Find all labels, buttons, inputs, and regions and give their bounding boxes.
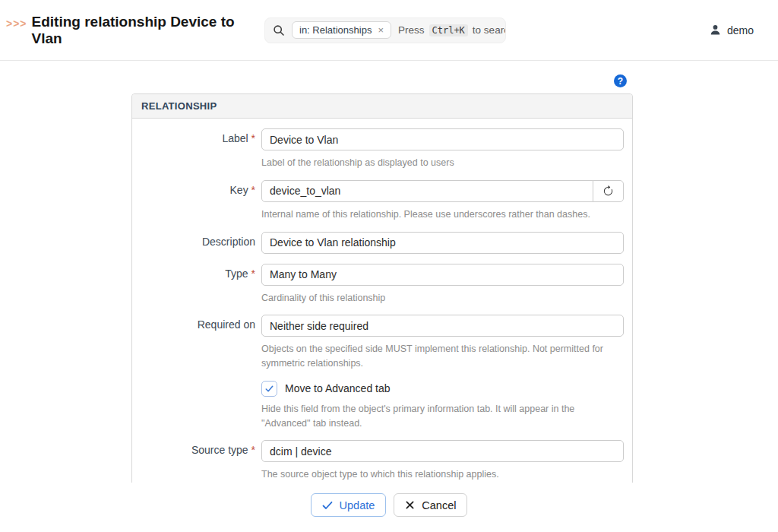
cancel-button[interactable]: Cancel xyxy=(394,493,467,517)
ctrl-k-kbd: Ctrl+K xyxy=(429,24,468,36)
label-input[interactable] xyxy=(261,128,624,150)
description-input[interactable] xyxy=(261,232,624,254)
form-row-type: Type * Cardinality of this relationship xyxy=(141,264,624,306)
move-advanced-checkbox-row[interactable]: Move to Advanced tab xyxy=(261,381,624,397)
search-scope-chip[interactable]: in: Relationships × xyxy=(292,21,391,39)
regenerate-key-button[interactable] xyxy=(593,180,624,202)
key-field-label: Key * xyxy=(141,180,255,222)
relationship-panel: RELATIONSHIP Label * Label of the relati… xyxy=(131,93,633,483)
form-actions: Update Cancel xyxy=(0,493,778,517)
form-row-advanced-ui: Move to Advanced tab Hide this field fro… xyxy=(141,381,624,431)
check-icon xyxy=(322,500,333,511)
search-scope-label: in: Relationships xyxy=(299,24,372,36)
required-on-field-label: Required on xyxy=(141,315,255,371)
update-button[interactable]: Update xyxy=(311,493,387,517)
form-row-required-on: Required on Objects on the specified sid… xyxy=(141,315,624,371)
form-scroll-region[interactable]: RELATIONSHIP Label * Label of the relati… xyxy=(131,93,634,483)
type-help-text: Cardinality of this relationship xyxy=(261,291,624,306)
description-field-label: Description xyxy=(141,232,255,254)
user-menu[interactable]: demo xyxy=(709,24,754,36)
label-help-text: Label of the relationship as displayed t… xyxy=(261,156,624,170)
source-type-select[interactable] xyxy=(261,440,624,462)
chip-close-icon[interactable]: × xyxy=(378,25,384,35)
cancel-button-label: Cancel xyxy=(422,499,456,511)
label-field-label: Label * xyxy=(141,128,255,170)
source-type-help-text: The source object type to which this rel… xyxy=(261,467,624,482)
page-title-block: >>> Editing relationship Device to Vlan xyxy=(6,14,264,47)
main-content: ? RELATIONSHIP Label * Label of the rela… xyxy=(0,74,778,517)
move-advanced-help-text: Hide this field from the object's primar… xyxy=(261,402,624,431)
required-asterisk: * xyxy=(251,184,255,196)
checkmark-icon xyxy=(264,384,274,394)
required-asterisk: * xyxy=(251,132,255,144)
search-hint-prefix: Press xyxy=(398,24,425,36)
update-button-label: Update xyxy=(340,499,375,511)
form-row-source-type: Source type * The source object type to … xyxy=(141,440,624,482)
global-search-input[interactable]: in: Relationships × Press Ctrl+K to sear… xyxy=(264,17,506,43)
search-placeholder: Press Ctrl+K to search xyxy=(398,24,506,36)
type-field-label: Type * xyxy=(141,264,255,306)
breadcrumb-chevrons-icon: >>> xyxy=(6,14,27,30)
x-icon xyxy=(405,500,415,510)
source-type-field-label: Source type * xyxy=(141,440,255,482)
form-row-label: Label * Label of the relationship as dis… xyxy=(141,128,624,170)
required-asterisk: * xyxy=(251,444,255,456)
key-help-text: Internal name of this relationship. Plea… xyxy=(261,207,624,222)
help-icon[interactable]: ? xyxy=(614,74,627,87)
move-advanced-checkbox[interactable] xyxy=(261,381,277,397)
type-select[interactable] xyxy=(261,264,624,286)
app-header: >>> Editing relationship Device to Vlan … xyxy=(0,0,778,61)
panel-title: RELATIONSHIP xyxy=(132,94,632,119)
required-asterisk: * xyxy=(251,268,255,280)
form-row-key: Key * xyxy=(141,180,624,222)
user-icon xyxy=(709,24,722,36)
required-on-select[interactable] xyxy=(261,315,624,337)
page-title: Editing relationship Device to Vlan xyxy=(32,14,252,47)
refresh-icon xyxy=(602,185,614,197)
key-input[interactable] xyxy=(261,180,593,202)
search-hint-suffix: to search xyxy=(473,24,506,36)
form-row-description: Description xyxy=(141,232,624,254)
search-icon xyxy=(273,24,285,36)
required-on-help-text: Objects on the specified side MUST imple… xyxy=(261,342,624,371)
user-name: demo xyxy=(727,24,754,36)
move-advanced-label: Move to Advanced tab xyxy=(285,382,391,394)
